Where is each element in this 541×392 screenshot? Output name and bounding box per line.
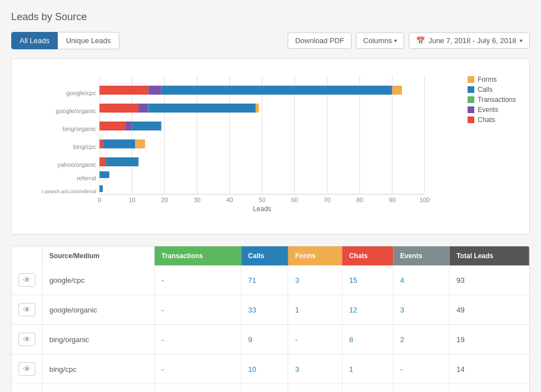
svg-rect-29 (100, 139, 103, 148)
eye-button[interactable]: 👁 (19, 303, 35, 316)
th-eye (12, 246, 43, 265)
columns-button[interactable]: Columns ▾ (356, 32, 404, 49)
forms-link[interactable]: 3 (295, 276, 299, 284)
svg-text:Leads: Leads (253, 205, 271, 213)
chats-link[interactable]: 8 (349, 335, 353, 344)
th-transactions: Transactions (155, 246, 242, 265)
all-leads-button[interactable]: All Leads (11, 32, 58, 49)
date-range-label: June 7, 2018 - July 6, 2018 (428, 36, 516, 45)
bar-chart: google/cpc google/organic bing/organic b… (23, 70, 456, 216)
svg-rect-22 (100, 104, 139, 113)
legend-chats-label: Chats (478, 116, 495, 124)
svg-rect-21 (392, 86, 402, 95)
total-cell: 49 (450, 295, 529, 325)
source-cell: google/organic (43, 295, 155, 325)
legend-item-chats: Chats (468, 116, 518, 124)
chats-swatch (468, 116, 474, 123)
svg-text:r.search.aol.com/referral: r.search.aol.com/referral (41, 189, 96, 194)
total-cell: 19 (450, 325, 529, 354)
leads-toggle-group: All Leads Unique Leads (11, 32, 119, 49)
events-swatch (468, 106, 474, 113)
forms-cell: - (288, 384, 342, 393)
th-forms: Forms (288, 246, 342, 265)
eye-button[interactable]: 👁 (19, 273, 35, 287)
forms-link[interactable]: 3 (295, 365, 299, 374)
calls-swatch (468, 86, 474, 93)
events-cell: - (393, 384, 449, 393)
transactions-swatch (468, 96, 474, 103)
chats-cell: 8 (342, 325, 393, 354)
svg-text:google/organic: google/organic (56, 108, 96, 114)
chart-container: google/cpc google/organic bing/organic b… (11, 58, 530, 235)
source-cell: google/cpc (43, 265, 155, 295)
th-total: Total Leads (450, 246, 529, 265)
svg-rect-31 (135, 139, 145, 148)
calls-cell: 33 (241, 295, 288, 325)
svg-text:30: 30 (193, 197, 200, 203)
transactions-cell: - (155, 384, 242, 393)
calls-cell: 10 (241, 384, 288, 393)
calls-link[interactable]: 10 (248, 365, 256, 374)
chats-link[interactable]: 1 (349, 365, 353, 374)
svg-rect-24 (149, 104, 256, 113)
date-caret-icon: ▾ (520, 38, 522, 44)
table-row: 👁bing/organic-9-8219 (12, 325, 529, 354)
forms-cell: 3 (288, 354, 342, 384)
legend-events-label: Events (478, 106, 498, 114)
date-range-button[interactable]: 📅 June 7, 2018 - July 6, 2018 ▾ (409, 32, 530, 49)
eye-button[interactable]: 👁 (19, 362, 35, 376)
calls-link[interactable]: 33 (248, 306, 256, 314)
svg-rect-20 (161, 86, 392, 95)
chats-cell: 1 (342, 354, 393, 384)
svg-text:0: 0 (98, 197, 101, 203)
th-chats: Chats (342, 246, 393, 265)
calls-link[interactable]: 71 (248, 276, 256, 284)
svg-text:60: 60 (291, 197, 298, 203)
toolbar: All Leads Unique Leads Download PDF Colu… (11, 32, 530, 49)
legend-item-events: Events (468, 106, 518, 114)
events-link[interactable]: 4 (400, 276, 404, 284)
transactions-cell: - (155, 325, 242, 354)
legend-item-transactions: Transactions (468, 96, 518, 104)
events-cell: 4 (393, 265, 449, 295)
transactions-cell: - (155, 354, 242, 384)
table-row: 👁yahoo/organic-10-2-12 (12, 384, 529, 393)
svg-text:bing/organic: bing/organic (63, 125, 96, 132)
svg-rect-30 (103, 139, 135, 148)
th-calls: Calls (241, 246, 288, 265)
download-pdf-button[interactable]: Download PDF (288, 32, 351, 49)
table-container: Source/Medium Transactions Calls Forms C… (11, 246, 530, 392)
calls-link[interactable]: 9 (248, 335, 252, 344)
chats-link[interactable]: 15 (349, 276, 357, 284)
eye-button[interactable]: 👁 (19, 333, 35, 346)
svg-text:10: 10 (128, 197, 135, 203)
svg-text:90: 90 (389, 197, 395, 203)
source-cell: bing/organic (43, 325, 155, 354)
th-events: Events (393, 246, 449, 265)
forms-cell: - (288, 325, 342, 354)
columns-label: Columns (363, 36, 392, 45)
source-cell: bing/cpc (43, 354, 155, 384)
unique-leads-button[interactable]: Unique Leads (58, 32, 119, 49)
chats-cell: 12 (342, 295, 393, 325)
legend-forms-label: Forms (478, 76, 497, 83)
forms-link[interactable]: 1 (295, 306, 299, 314)
leads-table: Source/Medium Transactions Calls Forms C… (12, 246, 529, 392)
events-link[interactable]: 3 (400, 306, 404, 314)
svg-text:50: 50 (258, 197, 265, 203)
svg-rect-27 (126, 122, 132, 130)
columns-caret-icon: ▾ (394, 38, 397, 44)
download-pdf-label: Download PDF (295, 36, 344, 45)
svg-rect-35 (100, 185, 103, 192)
events-link[interactable]: 2 (400, 335, 404, 344)
chats-link[interactable]: 12 (349, 306, 357, 314)
svg-text:bing/cpc: bing/cpc (73, 143, 96, 150)
calendar-icon: 📅 (416, 36, 425, 45)
total-cell: 12 (450, 384, 529, 393)
svg-rect-18 (100, 86, 149, 95)
legend-calls-label: Calls (478, 86, 493, 94)
svg-text:20: 20 (161, 197, 168, 203)
svg-rect-19 (149, 86, 161, 95)
svg-text:80: 80 (356, 197, 363, 203)
svg-text:google/cpc: google/cpc (66, 90, 96, 96)
